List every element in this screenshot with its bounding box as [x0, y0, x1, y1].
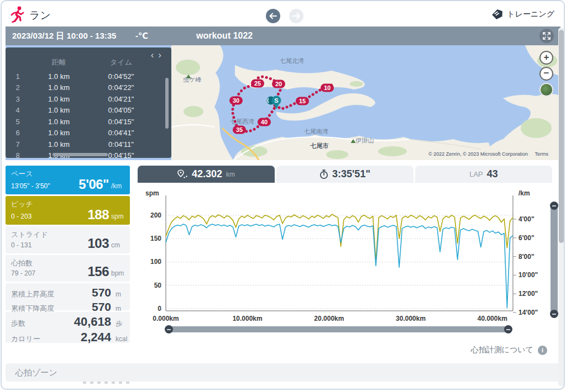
lap-row[interactable]: 11.0 km0:04'52" — [6, 71, 171, 82]
svg-text:20.000km: 20.000km — [314, 315, 344, 322]
route-map[interactable]: 10152025303540 S 七尾北湾虫ケ峰七尾西湾七尾南湾七尾市伊掛山 +… — [6, 45, 560, 160]
lap-table-vertical-scrollbar[interactable] — [165, 78, 169, 129]
svg-text:/km: /km — [518, 189, 530, 197]
lap-row[interactable]: 21.0 km0:04'22" — [6, 82, 171, 94]
map-canvas: 10152025303540 S 七尾北湾虫ケ峰七尾西湾七尾南湾七尾市伊掛山 — [171, 45, 560, 160]
info-icon: i — [538, 346, 547, 355]
y-range-top-handle[interactable] — [550, 202, 558, 210]
pace-unit: /km — [111, 182, 128, 190]
expand-icon — [543, 32, 551, 40]
y-range-bottom-handle[interactable] — [550, 310, 558, 318]
x-range-start-handle[interactable] — [165, 325, 173, 333]
svg-text:15: 15 — [299, 98, 306, 104]
svg-text:伊掛山: 伊掛山 — [355, 137, 374, 144]
svg-text:30: 30 — [233, 97, 239, 104]
pitch-value: 188 — [87, 207, 109, 223]
svg-text:七尾南湾: 七尾南湾 — [303, 128, 328, 135]
map-layer-toggle-button[interactable] — [539, 83, 553, 97]
workout-header-bar: 2023/03/12 日 10:00 - 13:35 -℃ workout 10… — [6, 27, 560, 45]
heart-rate-range: 79 - 207 — [11, 269, 35, 277]
svg-text:6'00": 6'00" — [518, 234, 534, 242]
map-zoom-out-button[interactable]: − — [539, 67, 553, 81]
lap-row[interactable]: 61.0 km0:04'41" — [6, 128, 171, 139]
chart-y-range-slider[interactable] — [551, 203, 558, 317]
column-distance: 距離 — [30, 57, 88, 67]
training-tag[interactable]: トレーニング — [491, 9, 554, 20]
lap-table-header: 距離 タイム — [6, 57, 171, 67]
tab-lap[interactable]: LAP 43 — [415, 166, 552, 183]
svg-text:50: 50 — [154, 282, 162, 289]
pitch-unit: spm — [111, 213, 128, 220]
tag-icon — [491, 9, 503, 20]
svg-text:七尾西湾: 七尾西湾 — [229, 118, 254, 125]
stride-tile[interactable]: ストライド 0 - 131 103 cm — [6, 226, 130, 253]
calories-label: カロリー — [11, 334, 81, 344]
training-label: トレーニング — [507, 9, 554, 19]
calories-unit: kcal — [111, 335, 128, 343]
heart-rate-info-label: 心拍計測について — [471, 345, 533, 355]
calories-value: 2,244 — [81, 330, 111, 345]
workout-datetime: 2023/03/12 日 10:00 - 13:35 — [12, 31, 116, 41]
running-app-window: ラン トレーニング 2023/03/12 日 10:00 - 13:35 -℃ … — [0, 0, 566, 392]
page-scrollbar[interactable] — [558, 28, 564, 386]
pace-label: ペース — [11, 169, 33, 179]
lap-row[interactable]: 51.0 km0:04'15" — [6, 116, 171, 128]
map-zoom-in-button[interactable]: + — [539, 51, 553, 65]
page-scrollbar-thumb[interactable] — [559, 30, 564, 243]
workout-title: workout 1022 — [196, 31, 253, 41]
plus-icon: + — [544, 52, 549, 62]
svg-text:0: 0 — [158, 305, 161, 312]
stride-value: 103 — [87, 236, 109, 251]
runner-icon — [9, 6, 25, 23]
heart-rate-label: 心拍数 — [11, 258, 33, 268]
terms-link[interactable]: Terms — [535, 151, 549, 157]
lap-row[interactable]: 71.0 km0:04'11" — [6, 139, 171, 150]
heart-rate-tile[interactable]: 心拍数 79 - 207 156 bpm — [6, 255, 130, 282]
pace-value: 5'06" — [78, 177, 109, 192]
svg-text:25: 25 — [254, 80, 261, 87]
svg-text:10'00": 10'00" — [518, 271, 538, 279]
steps-calories-tile[interactable]: 歩数 40,618 歩 カロリー 2,244 kcal — [6, 312, 130, 343]
svg-text:30.000km: 30.000km — [396, 315, 426, 322]
chart-x-range-slider[interactable] — [166, 326, 511, 332]
lap-row[interactable]: 31.0 km0:04'21" — [6, 93, 171, 105]
back-button[interactable] — [266, 9, 280, 23]
heart-rate-zone-section[interactable]: 心拍ゾーン — [6, 363, 560, 382]
minus-icon: − — [544, 68, 549, 78]
pace-tile[interactable]: ペース 13'05" - 3'50" 5'06" /km — [6, 166, 130, 194]
ascent-unit: m — [111, 290, 128, 298]
tab-time[interactable]: 3:35'51" — [276, 166, 413, 183]
map-attribution: © 2022 Zenrin, © 2023 Microsoft Corporat… — [428, 151, 548, 157]
svg-text:七尾市: 七尾市 — [310, 142, 329, 149]
svg-text:40: 40 — [261, 119, 268, 125]
descent-unit: m — [111, 305, 128, 312]
chart-panel: 42.302 km 3:35'51" LAP 43 0501001502004'… — [138, 166, 560, 359]
svg-text:4'00": 4'00" — [518, 215, 534, 223]
svg-text:12'00": 12'00" — [518, 290, 538, 298]
svg-text:虫ケ峰: 虫ケ峰 — [183, 76, 201, 83]
top-bar: ラン トレーニング — [2, 1, 564, 25]
lap-table-rows: 11.0 km0:04'52"21.0 km0:04'22"31.0 km0:0… — [6, 71, 171, 158]
forward-button[interactable] — [289, 9, 303, 23]
clipped-scrolled-content — [83, 382, 129, 384]
forward-arrow-icon — [292, 13, 300, 19]
heart-rate-zone-label: 心拍ゾーン — [15, 368, 57, 378]
svg-text:14'00": 14'00" — [518, 309, 538, 316]
pace-range: 13'05" - 3'50" — [11, 182, 50, 190]
svg-text:20: 20 — [275, 81, 282, 87]
svg-text:10: 10 — [324, 84, 331, 91]
fullscreen-button[interactable] — [539, 29, 554, 43]
lap-row[interactable]: 41.0 km0:04'05" — [6, 105, 171, 116]
tab-distance-value: 42.302 — [192, 168, 222, 180]
attribution-text: © 2022 Zenrin, © 2023 Microsoft Corporat… — [428, 151, 528, 157]
pitch-tile[interactable]: ピッチ 0 - 203 188 spm — [6, 196, 130, 225]
back-arrow-icon — [269, 13, 277, 19]
x-range-end-handle[interactable] — [504, 325, 512, 333]
tab-distance[interactable]: 42.302 km — [138, 166, 275, 183]
steps-label: 歩数 — [11, 319, 74, 329]
heart-rate-info-link[interactable]: 心拍計測について i — [471, 345, 547, 355]
lap-table-horizontal-scrollbar[interactable] — [53, 153, 108, 156]
stride-range: 0 - 131 — [11, 241, 32, 249]
svg-text:200: 200 — [150, 211, 161, 219]
elevation-tile[interactable]: 累積上昇高度 570 m 累積下降高度 570 m — [6, 283, 130, 310]
